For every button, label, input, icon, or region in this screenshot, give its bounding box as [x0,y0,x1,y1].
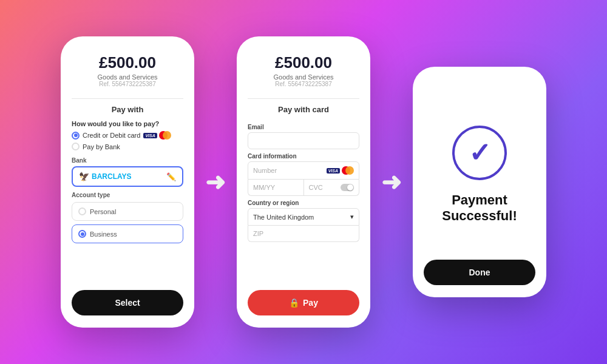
arrow-1: ➜ [205,168,226,196]
number-placeholder: Number [253,167,277,174]
barclays-name: BARCLAYS [92,172,132,181]
country-value: The United Kingdom [253,214,314,221]
cvc-field[interactable]: CVC [304,180,360,196]
screen1-amount: £500.00 [99,53,156,72]
screen2-title: Pay with card [278,105,329,114]
expiry-cvc-row: MM/YY CVC [248,180,359,196]
edit-icon: ✏️ [166,172,176,181]
success-text: PaymentSuccessful! [442,192,517,224]
expiry-field[interactable]: MM/YY [248,180,304,196]
screen2-ref: Ref. 5564732225387 [275,81,331,87]
pay-btn-label: Pay [303,298,318,308]
screen2-amount: £500.00 [275,53,332,72]
card-icons: VISA [143,131,171,140]
email-input[interactable] [248,132,359,149]
done-button[interactable]: Done [424,260,535,285]
account-option-business[interactable]: Business [72,224,183,243]
screen3-phone: ✓ PaymentSuccessful! Done [413,67,546,297]
account-type-section-label: Account type [72,192,110,198]
radio-dot-bank [72,143,80,150]
business-radio-dot [78,230,86,238]
country-label: Country or region [248,200,299,206]
card-info-label: Card information [248,153,297,160]
screen1-ref: Ref. 5564732225387 [99,81,155,87]
zip-placeholder: ZIP [253,230,263,237]
visa-icon-2: VISA [327,168,340,174]
radio-credit-card[interactable]: Credit or Debit card VISA [72,131,183,140]
pay-button[interactable]: 🔒 Pay [248,290,359,315]
visa-icon: VISA [143,133,157,138]
radio-pay-by-bank[interactable]: Pay by Bank [72,143,183,150]
barclays-logo: 🦅 BARCLAYS [79,172,132,181]
screen2-divider [248,98,359,99]
pay-by-bank-label: Pay by Bank [83,143,120,150]
screen1-phone: £500.00 Goods and Services Ref. 55647322… [61,36,194,328]
pay-question: How would you like to pay? [72,120,159,127]
select-button[interactable]: Select [72,290,183,315]
lock-icon: 🔒 [289,298,299,308]
screen2-phone: £500.00 Goods and Services Ref. 55647322… [237,36,370,328]
expiry-placeholder: MM/YY [253,184,275,191]
credit-card-label: Credit or Debit card [83,132,140,139]
radio-dot-credit [72,132,80,140]
cvc-toggle[interactable] [341,184,354,191]
arrow-2: ➜ [381,168,402,196]
payment-label: PaymentSuccessful! [442,192,517,223]
screen1-goods-label: Goods and Services [97,73,157,81]
bank-section-label: Bank [72,157,86,164]
chevron-down-icon: ▾ [350,213,354,221]
business-label: Business [90,231,117,238]
scene: £500.00 Goods and Services Ref. 55647322… [0,24,607,340]
personal-radio-dot [78,207,86,215]
cvc-placeholder: CVC [309,184,323,191]
zip-field[interactable]: ZIP [248,226,359,242]
email-label: Email [248,124,264,130]
mastercard-icon [159,131,171,140]
country-selector[interactable]: The United Kingdom ▾ [248,208,359,226]
checkmark-icon: ✓ [469,140,491,166]
card-icons-2: VISA [327,166,354,175]
screen1-divider [72,98,183,99]
screen2-goods-label: Goods and Services [273,73,333,81]
personal-label: Personal [90,208,116,215]
success-icon-container: ✓ [452,126,507,180]
screen1-title: Pay with [112,105,144,114]
card-number-row[interactable]: Number VISA [248,161,359,180]
bank-selector[interactable]: 🦅 BARCLAYS ✏️ [72,166,183,187]
mastercard-icon-2 [342,166,354,175]
account-option-personal[interactable]: Personal [72,202,183,221]
barclays-eagle-icon: 🦅 [79,172,89,181]
